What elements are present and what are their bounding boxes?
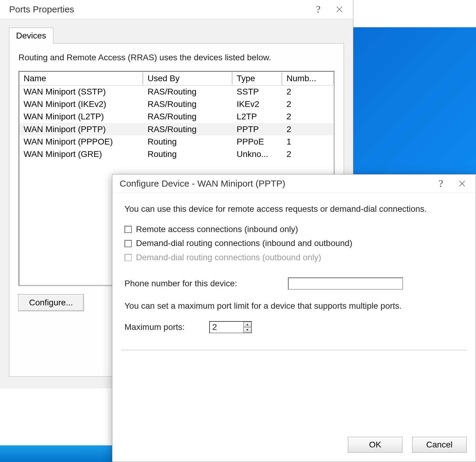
ports-title: Ports Properties [9,4,308,15]
cell-type: Unkno... [233,148,283,160]
cell-number: 2 [282,85,334,98]
cell-number: 2 [282,148,334,160]
checkbox-demand-dial-inout[interactable]: Demand-dial routing connections (inbound… [124,237,464,250]
cell-number: 1 [282,135,334,148]
table-row[interactable]: WAN Miniport (GRE)RoutingUnkno...2 [19,148,334,160]
cell-type: SSTP [233,85,283,98]
table-row[interactable]: WAN Miniport (L2TP)RAS/RoutingL2TP2 [19,110,334,123]
cell-type: PPTP [233,123,283,135]
ok-button[interactable]: OK [348,437,402,453]
max-ports-value[interactable]: 2 [210,322,243,333]
cell-number: 2 [282,123,334,135]
cell-number: 2 [282,110,334,123]
close-icon [336,6,343,13]
checkbox-icon [124,240,132,247]
phone-input[interactable] [288,278,403,290]
taskbar[interactable] [0,445,112,462]
config-help-button[interactable]: ? [430,174,451,193]
cell-used-by: RAS/Routing [143,123,232,135]
cancel-button[interactable]: Cancel [412,437,467,453]
checkbox-icon [124,226,132,233]
configure-button[interactable]: Configure... [18,294,84,311]
cell-name: WAN Miniport (PPPOE) [19,135,143,148]
cell-name: WAN Miniport (PPTP) [19,123,143,135]
cell-used-by: Routing [143,135,232,148]
configure-device-dialog: Configure Device - WAN Miniport (PPTP) ?… [112,174,476,462]
checkbox-demand-dial-out: Demand-dial routing connections (outboun… [124,251,464,264]
col-type[interactable]: Type [233,72,283,85]
max-ports-label: Maximum ports: [124,322,203,332]
table-row[interactable]: WAN Miniport (SSTP)RAS/RoutingSSTP2 [19,85,334,98]
config-close-button[interactable] [451,174,473,193]
config-titlebar[interactable]: Configure Device - WAN Miniport (PPTP) ? [112,174,476,193]
col-name[interactable]: Name [19,72,143,85]
cell-used-by: Routing [143,148,232,160]
table-row[interactable]: WAN Miniport (IKEv2)RAS/RoutingIKEv22 [19,98,334,110]
table-row[interactable]: WAN Miniport (PPTP)RAS/RoutingPPTP2 [19,123,334,135]
table-row[interactable]: WAN Miniport (PPPOE)RoutingPPPoE1 [19,135,334,148]
help-button[interactable]: ? [308,0,329,18]
cell-name: WAN Miniport (IKEv2) [19,98,143,110]
cell-name: WAN Miniport (L2TP) [19,110,143,123]
cell-number: 2 [282,98,334,110]
close-button[interactable] [329,0,350,18]
config-title: Configure Device - WAN Miniport (PPTP) [120,178,430,189]
phone-label: Phone number for this device: [124,279,282,288]
cell-type: PPPoE [233,135,283,148]
config-description: You can use this device for remote acces… [124,203,464,215]
cell-used-by: RAS/Routing [143,85,232,98]
ports-description: Routing and Remote Access (RRAS) uses th… [18,53,335,62]
cell-name: WAN Miniport (GRE) [19,148,143,160]
max-ports-note: You can set a maximum port limit for a d… [124,301,464,311]
spinner-up[interactable]: ▲ [243,322,251,327]
col-used-by[interactable]: Used By [143,72,232,85]
checkbox-label: Remote access connections (inbound only) [136,223,298,236]
max-ports-spinner[interactable]: 2 ▲ ▼ [209,321,252,333]
col-number[interactable]: Numb... [282,72,334,85]
separator [121,350,467,350]
close-icon [458,180,466,187]
spinner-down[interactable]: ▼ [243,327,251,333]
tab-devices[interactable]: Devices [9,28,53,44]
cell-type: L2TP [233,110,283,123]
checkbox-label: Demand-dial routing connections (inbound… [136,237,352,250]
cell-type: IKEv2 [233,98,283,110]
checkbox-remote-access[interactable]: Remote access connections (inbound only) [124,223,464,236]
checkbox-icon [124,254,132,261]
devices-header[interactable]: Name Used By Type Numb... [19,72,334,85]
checkbox-label: Demand-dial routing connections (outboun… [136,251,321,264]
ports-titlebar[interactable]: Ports Properties ? [0,0,353,19]
cell-name: WAN Miniport (SSTP) [19,85,143,98]
cell-used-by: RAS/Routing [143,110,232,123]
cell-used-by: RAS/Routing [143,98,232,110]
